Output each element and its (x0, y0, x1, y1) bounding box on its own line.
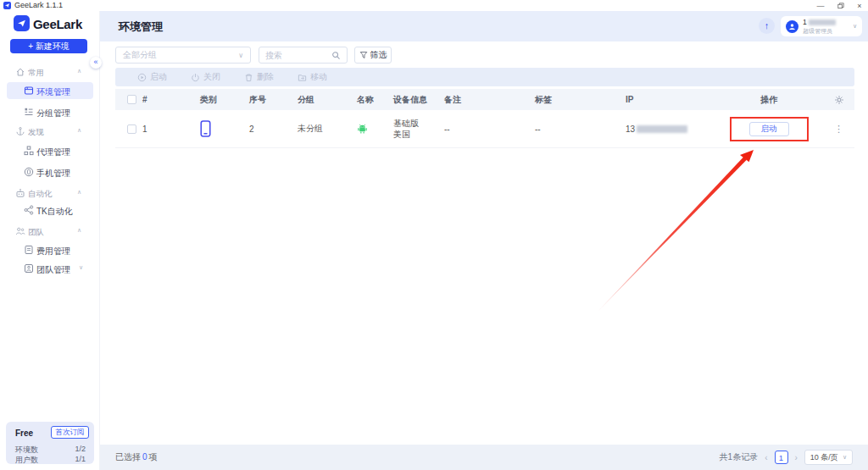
user-name: 1 (803, 19, 849, 26)
page-size-select[interactable]: 10 条/页 ∨ (804, 450, 853, 465)
search-icon[interactable] (331, 51, 341, 60)
billing-doc-icon (24, 245, 34, 255)
geelark-logo-icon (14, 15, 30, 31)
cloud-phone-icon (200, 120, 211, 137)
bulk-delete-button[interactable]: 删除 (244, 71, 274, 83)
chevron-up-icon: ∧ (77, 189, 81, 196)
sidebar-item-phone-manage[interactable]: 手机管理 (0, 163, 100, 180)
bulk-move-button[interactable]: 移动 (298, 71, 327, 83)
prev-page-button[interactable]: ‹ (765, 453, 767, 462)
collapse-icon: « (93, 58, 97, 66)
sidebar-item-billing-manage[interactable]: 费用管理 (0, 241, 100, 258)
sidebar-section-discover[interactable]: 发现 ∧ (0, 123, 100, 140)
col-device: 设备信息 (392, 94, 442, 106)
funnel-icon (359, 51, 368, 59)
next-page-button[interactable]: › (795, 453, 798, 462)
user-quota-value: 1/1 (75, 455, 86, 466)
app-logo-icon (3, 2, 11, 9)
user-role: 超级管理员 (803, 28, 849, 34)
search-input[interactable] (265, 51, 331, 60)
row-checkbox[interactable] (127, 124, 136, 134)
group-filter-select[interactable]: 全部分组 ∨ (115, 47, 251, 64)
close-button[interactable]: × (850, 0, 868, 11)
avatar (786, 20, 798, 33)
selection-info: 已选择0项 (115, 451, 158, 463)
annotation-arrow (592, 135, 770, 322)
subscribe-button[interactable]: 首次订阅 (51, 426, 89, 439)
page-header: 环境管理 ↑ 1 超级管理员 ∨ (100, 11, 868, 41)
restore-icon (837, 3, 844, 9)
select-all-checkbox[interactable] (127, 95, 136, 104)
bulk-toolbar: 启动 关闭 删除 移动 (115, 68, 854, 86)
trash-icon (244, 73, 253, 82)
col-name: 名称 (355, 94, 392, 106)
page-title: 环境管理 (119, 19, 163, 35)
column-settings-gear-icon[interactable] (834, 95, 844, 105)
current-page[interactable]: 1 (775, 451, 788, 464)
sidebar-item-group-manage[interactable]: 分组管理 (0, 103, 100, 120)
sidebar-item-tk-automation[interactable]: TK自动化 (0, 202, 100, 218)
annotation-highlight-box: 启动 (730, 117, 809, 141)
plan-card: Free 首次订阅 环境数1/2 用户数1/1 (6, 422, 94, 464)
new-environment-button[interactable]: + 新建环境 (10, 39, 87, 53)
people-icon (15, 226, 25, 236)
row-start-button[interactable]: 启动 (749, 122, 789, 136)
user-menu[interactable]: 1 超级管理员 ∨ (781, 16, 862, 36)
sidebar: GeeLark + 新建环境 常用 ∧ 环境管理 分组管理 发现 ∧ 代理管理 … (0, 11, 100, 470)
table-header: # 类别 序号 分组 名称 设备信息 备注 标签 IP 操作 (115, 89, 854, 110)
power-icon (191, 73, 200, 82)
redacted-user-name (809, 19, 836, 25)
environment-icon (24, 86, 34, 96)
chevron-up-icon: ∧ (77, 127, 81, 134)
col-group: 分组 (296, 94, 355, 106)
sidebar-item-proxy-manage[interactable]: 代理管理 (0, 142, 100, 159)
anchor-icon (15, 126, 25, 136)
table-row[interactable]: 1 2 未分组 基础版 美国 -- -- 13 (115, 110, 854, 148)
maximize-button[interactable] (832, 0, 850, 11)
row-more-menu[interactable]: ⋮ (834, 124, 844, 135)
plan-name: Free (15, 429, 33, 438)
play-circle-icon (137, 73, 147, 82)
chevron-up-icon: ∧ (77, 227, 81, 234)
filter-button[interactable]: 筛选 (354, 47, 392, 64)
chevron-down-icon: ∨ (238, 52, 243, 59)
footer-bar: 已选择0项 共1条记录 ‹ 1 › 10 条/页 ∨ (100, 445, 868, 470)
sidebar-item-team-manage[interactable]: 团队管理 ∨ (0, 260, 100, 277)
col-ip: IP (624, 95, 721, 104)
col-tag: 标签 (533, 94, 624, 106)
row-serial: 2 (248, 124, 296, 134)
sidebar-section-team[interactable]: 团队 ∧ (0, 223, 100, 240)
col-action: 操作 (721, 94, 815, 106)
sidebar-section-automation[interactable]: 自动化 ∧ (0, 185, 100, 202)
row-ip: 13 (624, 124, 721, 134)
bulk-start-button[interactable]: 启动 (137, 71, 167, 83)
chevron-down-icon: ∨ (79, 264, 83, 271)
window-title: GeeLark 1.1.1 (14, 1, 63, 9)
upgrade-button[interactable]: ↑ (759, 18, 775, 34)
robot-icon (15, 188, 25, 198)
total-records: 共1条记录 (720, 451, 759, 463)
sidebar-collapse-button[interactable]: « (90, 57, 102, 69)
home-icon (15, 67, 25, 77)
geelark-logo-text: GeeLark (33, 17, 82, 31)
chevron-down-icon: ∨ (843, 454, 847, 461)
titlebar: GeeLark 1.1.1 — × (0, 0, 868, 11)
col-index: # (141, 95, 198, 104)
group-list-icon (24, 107, 34, 117)
col-category: 类别 (198, 94, 248, 106)
row-note: -- (442, 124, 533, 134)
group-filter-value: 全部分组 (123, 49, 157, 61)
sidebar-item-env-manage[interactable]: 环境管理 (0, 82, 100, 99)
redacted-ip (637, 125, 687, 133)
share-nodes-icon (24, 205, 34, 215)
proxy-nodes-icon (24, 146, 34, 156)
user-quota-row: 用户数1/1 (15, 455, 86, 466)
search-box (259, 47, 348, 64)
bulk-close-button[interactable]: 关闭 (191, 71, 220, 83)
user-icon (787, 22, 797, 31)
row-group: 未分组 (296, 123, 355, 135)
minimize-button[interactable]: — (811, 0, 830, 11)
sidebar-section-common[interactable]: 常用 ∧ (0, 64, 100, 80)
device-info: 基础版 美国 (393, 118, 442, 140)
app-window: GeeLark 1.1.1 — × GeeLark + 新建环境 常用 ∧ 环境… (0, 0, 868, 470)
